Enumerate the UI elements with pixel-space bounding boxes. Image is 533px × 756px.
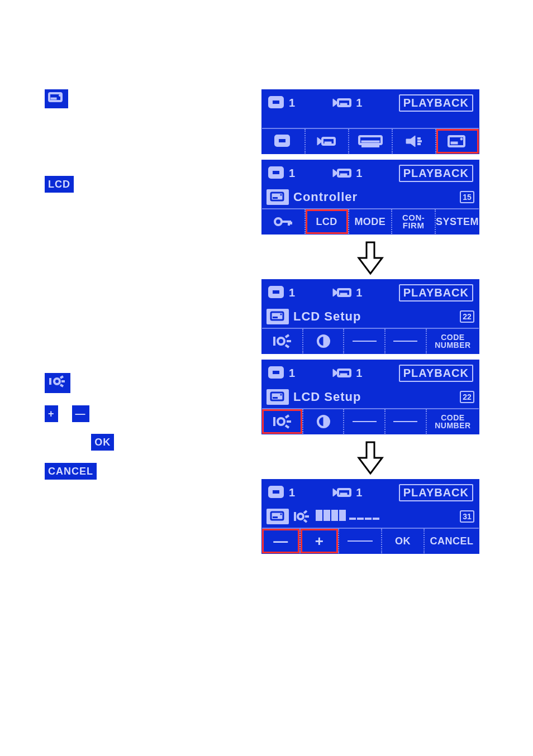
minus-button[interactable]: — xyxy=(262,529,299,553)
svg-rect-42 xyxy=(272,289,280,295)
svg-rect-75 xyxy=(340,493,347,495)
tab-contrast[interactable] xyxy=(302,329,344,353)
controller-icon xyxy=(266,389,289,405)
tab-monitor[interactable] xyxy=(262,129,304,154)
controller-tab-row: LCD MODE CON- FIRM SYSTEM xyxy=(262,208,479,234)
svg-point-78 xyxy=(280,513,282,515)
tab-confirm[interactable]: CON- FIRM xyxy=(391,209,435,234)
ok-button[interactable]: OK xyxy=(381,529,424,553)
svg-rect-33 xyxy=(340,174,347,175)
tab-controller[interactable] xyxy=(435,129,479,154)
camera-icon xyxy=(331,95,354,110)
brightness-level-row: 31 xyxy=(262,505,479,528)
blank-cell xyxy=(338,529,381,553)
step-3: + — OK CANCEL xyxy=(45,373,257,480)
svg-point-48 xyxy=(280,313,282,315)
monitor-icon xyxy=(268,95,287,110)
cancel-chip: CANCEL xyxy=(45,463,97,480)
monitor-number: 1 xyxy=(289,167,296,180)
svg-rect-60 xyxy=(340,374,347,375)
step-2: LCD xyxy=(45,176,257,193)
svg-marker-22 xyxy=(406,136,415,147)
tab-contrast[interactable] xyxy=(302,409,344,434)
tab-system[interactable]: SYSTEM xyxy=(435,209,479,234)
svg-point-28 xyxy=(460,138,463,140)
svg-rect-45 xyxy=(340,293,347,295)
controller-icon xyxy=(266,309,289,324)
menu-title: LCD Setup xyxy=(293,390,361,404)
tab-blank-1 xyxy=(343,329,384,353)
lcd-status-row: 1 1 PLAYBACK xyxy=(262,160,479,186)
svg-line-53 xyxy=(285,335,289,337)
svg-rect-19 xyxy=(359,136,382,144)
ok-chip: OK xyxy=(91,434,114,451)
tab-lcd[interactable]: LCD xyxy=(304,209,348,234)
monitor-icon xyxy=(268,285,287,300)
svg-rect-61 xyxy=(271,393,283,400)
step-1 xyxy=(45,89,257,108)
svg-line-54 xyxy=(285,345,289,347)
monitor-number: 1 xyxy=(289,367,296,380)
svg-point-2 xyxy=(59,95,61,97)
tab-code-number[interactable]: CODE NUMBER xyxy=(426,409,479,434)
lcdsetup-tab-row: CODE NUMBER xyxy=(262,328,479,353)
svg-line-8 xyxy=(60,385,63,386)
page-badge: 15 xyxy=(460,191,474,203)
camera-number: 1 xyxy=(356,97,363,109)
svg-rect-34 xyxy=(271,193,283,200)
svg-point-51 xyxy=(278,338,284,344)
menu-title-row: LCD Setup 22 xyxy=(262,305,479,328)
svg-rect-15 xyxy=(278,138,287,143)
brightness-level-bars xyxy=(316,510,380,523)
tab-blank-2 xyxy=(384,409,426,434)
tab-brightness[interactable] xyxy=(262,409,302,434)
arrow-down-icon xyxy=(261,240,479,276)
svg-point-63 xyxy=(280,394,282,395)
monitor-number: 1 xyxy=(289,486,296,499)
tab-code-number[interactable]: CODE NUMBER xyxy=(426,329,479,353)
svg-line-84 xyxy=(304,520,307,522)
playback-label: PLAYBACK xyxy=(399,165,473,182)
svg-rect-18 xyxy=(325,142,331,143)
svg-line-83 xyxy=(304,511,307,513)
camera-icon xyxy=(331,285,354,300)
page-badge: 22 xyxy=(460,310,474,323)
cancel-button[interactable]: CANCEL xyxy=(423,529,479,553)
lcd-screen-2: 1 1 PLAYBACK Controller 15 LCD MODE CON-… xyxy=(261,160,479,235)
tab-speaker[interactable] xyxy=(392,129,435,154)
camera-number: 1 xyxy=(356,286,363,299)
camera-icon xyxy=(331,166,354,180)
controller-icon xyxy=(45,89,68,108)
svg-line-7 xyxy=(60,376,63,378)
svg-rect-27 xyxy=(451,142,458,144)
tab-brightness[interactable] xyxy=(262,329,302,353)
monitor-icon xyxy=(268,166,287,180)
plus-button[interactable]: + xyxy=(299,529,338,553)
svg-rect-57 xyxy=(272,370,280,375)
monitor-icon xyxy=(268,485,287,500)
minus-chip: — xyxy=(72,405,89,422)
lcd-status-row: 1 1 PLAYBACK xyxy=(262,280,479,305)
tab-mode[interactable]: MODE xyxy=(348,209,392,234)
svg-rect-30 xyxy=(272,170,280,175)
svg-line-68 xyxy=(285,415,289,418)
svg-rect-1 xyxy=(51,98,56,99)
svg-rect-46 xyxy=(271,312,283,320)
svg-point-5 xyxy=(54,379,60,384)
menu-title: Controller xyxy=(293,190,358,204)
svg-line-69 xyxy=(285,425,289,428)
monitor-number: 1 xyxy=(289,286,296,299)
tab-deck[interactable] xyxy=(348,129,392,154)
controller-icon xyxy=(266,189,289,205)
camera-icon xyxy=(331,366,354,380)
camera-number: 1 xyxy=(356,167,363,180)
controller-icon xyxy=(266,509,289,524)
lcd-screen-1: 1 1 PLAYBACK xyxy=(261,89,479,154)
monitor-number: 1 xyxy=(289,97,296,109)
tab-key[interactable] xyxy=(262,209,304,234)
lcd-screen-4: 1 1 PLAYBACK LCD Setup 22 CO xyxy=(261,360,479,434)
lcd-chip: LCD xyxy=(45,176,74,193)
svg-rect-62 xyxy=(273,397,278,399)
tab-camera[interactable] xyxy=(304,129,348,154)
page-badge: 22 xyxy=(460,391,474,403)
